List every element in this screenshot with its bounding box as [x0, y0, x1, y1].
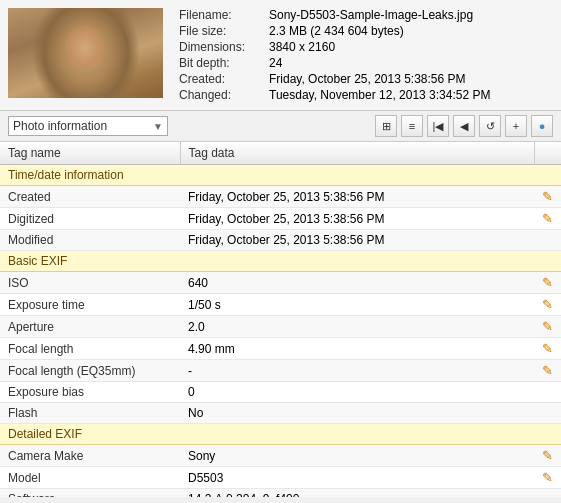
metadata-table: Tag name Tag data Time/date informationC…	[0, 142, 561, 497]
tag-data-cell: Sony	[180, 445, 534, 467]
tag-actions-cell: ✎	[534, 272, 561, 294]
table-row: FlashNo	[0, 403, 561, 424]
tag-actions-cell: ✎	[534, 186, 561, 208]
tag-data-cell: Friday, October 25, 2013 5:38:56 PM	[180, 186, 534, 208]
tag-name-cell: Camera Make	[0, 445, 180, 467]
chevron-down-icon: ▼	[153, 121, 163, 132]
tag-data-cell: 2.0	[180, 316, 534, 338]
edit-icon[interactable]: ✎	[542, 275, 553, 290]
tag-data-cell: 1/50 s	[180, 294, 534, 316]
tag-data-cell: D5503	[180, 467, 534, 489]
edit-icon[interactable]: ✎	[542, 341, 553, 356]
bitdepth-value: 24	[269, 56, 282, 70]
tag-data-cell: -	[180, 360, 534, 382]
table-header-row: Tag name Tag data	[0, 142, 561, 165]
tag-actions-cell	[534, 489, 561, 498]
toolbar-btn-prev[interactable]: ◀	[453, 115, 475, 137]
table-row: Software14.2.A.0.204_9_f400	[0, 489, 561, 498]
add-icon: +	[513, 120, 519, 132]
tag-name-cell: Created	[0, 186, 180, 208]
tag-name-cell: Focal length	[0, 338, 180, 360]
prev-icon: ◀	[460, 120, 468, 133]
tag-name-cell: Aperture	[0, 316, 180, 338]
created-value: Friday, October 25, 2013 5:38:56 PM	[269, 72, 466, 86]
section-header-label: Time/date information	[0, 165, 561, 186]
tag-actions-cell: ✎	[534, 467, 561, 489]
tag-data-cell: 0	[180, 382, 534, 403]
tag-name-cell: Focal length (EQ35mm)	[0, 360, 180, 382]
tag-actions-cell: ✎	[534, 294, 561, 316]
toolbar: Photo information ▼ ⊞ ≡ |◀ ◀ ↺ + ●	[0, 111, 561, 142]
table-row: ModifiedFriday, October 25, 2013 5:38:56…	[0, 230, 561, 251]
table-row: Exposure bias0	[0, 382, 561, 403]
table-row: CreatedFriday, October 25, 2013 5:38:56 …	[0, 186, 561, 208]
created-label: Created:	[179, 72, 269, 86]
metadata-table-container[interactable]: Tag name Tag data Time/date informationC…	[0, 142, 561, 497]
table-row: Aperture2.0✎	[0, 316, 561, 338]
tag-data-cell: 4.90 mm	[180, 338, 534, 360]
section-header-label: Basic EXIF	[0, 251, 561, 272]
grid-icon: ⊞	[382, 120, 391, 133]
table-row: Focal length (EQ35mm)-✎	[0, 360, 561, 382]
toolbar-btn-first[interactable]: |◀	[427, 115, 449, 137]
filename-value: Sony-D5503-Sample-Image-Leaks.jpg	[269, 8, 473, 22]
filesize-label: File size:	[179, 24, 269, 38]
tag-name-cell: Modified	[0, 230, 180, 251]
toolbar-btn-refresh[interactable]: ↺	[479, 115, 501, 137]
tag-name-cell: Model	[0, 467, 180, 489]
filename-label: Filename:	[179, 8, 269, 22]
table-row: DigitizedFriday, October 25, 2013 5:38:5…	[0, 208, 561, 230]
tag-actions-cell: ✎	[534, 445, 561, 467]
edit-icon[interactable]: ✎	[542, 470, 553, 485]
tag-data-cell: Friday, October 25, 2013 5:38:56 PM	[180, 230, 534, 251]
toolbar-btn-info[interactable]: ●	[531, 115, 553, 137]
refresh-icon: ↺	[486, 120, 495, 133]
toolbar-btn-grid[interactable]: ⊞	[375, 115, 397, 137]
tag-actions-cell: ✎	[534, 316, 561, 338]
table-section-header: Basic EXIF	[0, 251, 561, 272]
thumbnail-image	[8, 8, 163, 98]
file-info-panel: Filename: Sony-D5503-Sample-Image-Leaks.…	[163, 8, 490, 102]
top-panel: Filename: Sony-D5503-Sample-Image-Leaks.…	[0, 0, 561, 111]
edit-icon[interactable]: ✎	[542, 448, 553, 463]
table-row: Exposure time1/50 s✎	[0, 294, 561, 316]
table-row: ModelD5503✎	[0, 467, 561, 489]
tag-data-cell: Friday, October 25, 2013 5:38:56 PM	[180, 208, 534, 230]
tag-data-cell: 640	[180, 272, 534, 294]
created-row: Created: Friday, October 25, 2013 5:38:5…	[179, 72, 490, 86]
table-row: Camera MakeSony✎	[0, 445, 561, 467]
tag-actions-cell	[534, 230, 561, 251]
tag-name-cell: Digitized	[0, 208, 180, 230]
edit-icon[interactable]: ✎	[542, 189, 553, 204]
toolbar-btn-list[interactable]: ≡	[401, 115, 423, 137]
table-section-header: Time/date information	[0, 165, 561, 186]
view-dropdown[interactable]: Photo information ▼	[8, 116, 168, 136]
tag-actions-cell: ✎	[534, 338, 561, 360]
dropdown-label: Photo information	[13, 119, 153, 133]
bitdepth-row: Bit depth: 24	[179, 56, 490, 70]
tag-actions-cell: ✎	[534, 360, 561, 382]
list-icon: ≡	[409, 120, 415, 132]
edit-icon[interactable]: ✎	[542, 363, 553, 378]
edit-icon[interactable]: ✎	[542, 211, 553, 226]
changed-label: Changed:	[179, 88, 269, 102]
filesize-value: 2.3 MB (2 434 604 bytes)	[269, 24, 404, 38]
changed-row: Changed: Tuesday, November 12, 2013 3:34…	[179, 88, 490, 102]
edit-icon[interactable]: ✎	[542, 297, 553, 312]
bitdepth-label: Bit depth:	[179, 56, 269, 70]
table-row: Focal length4.90 mm✎	[0, 338, 561, 360]
filename-row: Filename: Sony-D5503-Sample-Image-Leaks.…	[179, 8, 490, 22]
changed-value: Tuesday, November 12, 2013 3:34:52 PM	[269, 88, 490, 102]
col-tag-name-header: Tag name	[0, 142, 180, 165]
tag-actions-cell: ✎	[534, 208, 561, 230]
edit-icon[interactable]: ✎	[542, 319, 553, 334]
dimensions-value: 3840 x 2160	[269, 40, 335, 54]
info-icon: ●	[539, 120, 546, 132]
tag-actions-cell	[534, 382, 561, 403]
col-tag-data-header: Tag data	[180, 142, 534, 165]
tag-data-cell: 14.2.A.0.204_9_f400	[180, 489, 534, 498]
tag-name-cell: Software	[0, 489, 180, 498]
toolbar-btn-add[interactable]: +	[505, 115, 527, 137]
tag-name-cell: Exposure bias	[0, 382, 180, 403]
dimensions-row: Dimensions: 3840 x 2160	[179, 40, 490, 54]
